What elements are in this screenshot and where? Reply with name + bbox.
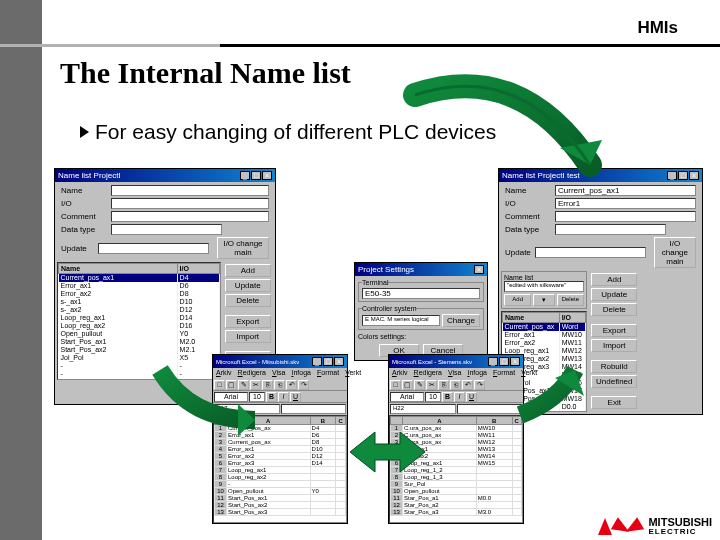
d1-update-button[interactable]: Update: [225, 279, 271, 292]
ex2-size[interactable]: 10: [425, 392, 441, 402]
d2-exit-button[interactable]: Exit: [591, 396, 637, 409]
tool-icon[interactable]: ⎗: [450, 380, 461, 390]
d2-update-button[interactable]: Update: [591, 288, 637, 301]
tool-icon[interactable]: ✎: [238, 380, 249, 390]
d2-import-button[interactable]: Import: [591, 339, 637, 352]
d3-titlebar[interactable]: Project Settings ×: [355, 263, 487, 276]
d2-robuild-button[interactable]: Robuild: [591, 360, 637, 373]
menu-item[interactable]: Verkt: [521, 369, 537, 378]
menu-item[interactable]: Infoga: [467, 369, 486, 378]
menu-item[interactable]: Arkiv: [392, 369, 408, 378]
menu-item[interactable]: Format: [317, 369, 339, 378]
ex2-menubar[interactable]: ArkivRedigeraVisaInfogaFormatVerkt: [389, 368, 523, 379]
d1-name-input[interactable]: [111, 185, 269, 196]
menu-item[interactable]: Visa: [448, 369, 462, 378]
menu-item[interactable]: Format: [493, 369, 515, 378]
ex1-titlebar[interactable]: Microsoft Excel - Mitsubishi.skv _□×: [213, 355, 347, 368]
d2-datatype-input[interactable]: [555, 224, 666, 235]
tool-icon[interactable]: ▢: [402, 380, 413, 390]
italic-icon[interactable]: I: [454, 392, 465, 402]
d1-listbox[interactable]: NameI/OCurrent_pos_ax1D4Error_ax1D6Error…: [57, 262, 221, 380]
tool-icon[interactable]: ▢: [226, 380, 237, 390]
ex1-font[interactable]: Arial: [214, 392, 248, 402]
d2-update-label: Update: [505, 248, 531, 257]
tool-icon[interactable]: ✎: [414, 380, 425, 390]
ex2-toolbar[interactable]: □▢✎✂⎘⎗↶↷: [389, 379, 523, 391]
ex1-sheet[interactable]: ABC1Current_pos_axD42Error_ax1D63Current…: [213, 415, 347, 523]
bold-icon[interactable]: B: [266, 392, 277, 402]
d2-titlebar[interactable]: Name list ProjectI test _□×: [499, 169, 702, 182]
d2-del2-button[interactable]: Delete: [557, 294, 584, 306]
menu-item[interactable]: Arkiv: [216, 369, 232, 378]
menu-item[interactable]: Redigera: [414, 369, 442, 378]
close-icon[interactable]: ×: [334, 357, 344, 366]
ex1-formula-input[interactable]: [281, 404, 347, 414]
menu-item[interactable]: Redigera: [238, 369, 266, 378]
ex2-formula-input[interactable]: [457, 404, 523, 414]
minimize-icon[interactable]: _: [667, 171, 677, 180]
ex2-font[interactable]: Arial: [390, 392, 424, 402]
maximize-icon[interactable]: □: [678, 171, 688, 180]
d1-delete-button[interactable]: Delete: [225, 294, 271, 307]
tool-icon[interactable]: ✂: [426, 380, 437, 390]
tool-icon[interactable]: ↷: [474, 380, 485, 390]
ex2-sheet[interactable]: ABC1C.ura_pos_axMW102C.ura_pos_axMW113C.…: [389, 415, 523, 523]
d2-delete-button[interactable]: Delete: [591, 303, 637, 316]
d1-update-input[interactable]: [98, 243, 209, 254]
tool-icon[interactable]: ↶: [286, 380, 297, 390]
d2-update-input[interactable]: [535, 247, 646, 258]
d2-iochange-button[interactable]: I/O change main: [654, 237, 696, 268]
underline-icon[interactable]: U: [466, 392, 477, 402]
underline-icon[interactable]: U: [290, 392, 301, 402]
tool-icon[interactable]: ⎘: [262, 380, 273, 390]
d1-iochange-button[interactable]: I/O change main: [217, 237, 269, 259]
ex2-fontbar[interactable]: Arial 10 BIU: [389, 391, 523, 403]
tool-icon[interactable]: ↶: [462, 380, 473, 390]
maximize-icon[interactable]: □: [251, 171, 261, 180]
close-icon[interactable]: ×: [474, 265, 484, 274]
d1-comment-input[interactable]: [111, 211, 269, 222]
tool-icon[interactable]: ↷: [298, 380, 309, 390]
dialog1-titlebar[interactable]: Name list ProjectI _□×: [55, 169, 275, 182]
tool-icon[interactable]: □: [390, 380, 401, 390]
close-icon[interactable]: ×: [510, 357, 520, 366]
tool-icon[interactable]: □: [214, 380, 225, 390]
tool-icon[interactable]: ✂: [250, 380, 261, 390]
ex1-size[interactable]: 10: [249, 392, 265, 402]
ex2-cellref[interactable]: H22: [390, 404, 456, 414]
minimize-icon[interactable]: _: [240, 171, 250, 180]
d2-dropdown-button[interactable]: ▾: [533, 294, 554, 306]
maximize-icon[interactable]: □: [499, 357, 509, 366]
d2-io-input[interactable]: [555, 198, 696, 209]
ex1-menubar[interactable]: ArkivRedigeraVisaInfogaFormatVerkt: [213, 368, 347, 379]
d1-datatype-label: Data type: [61, 225, 107, 234]
tool-icon[interactable]: ⎘: [438, 380, 449, 390]
d2-export-button[interactable]: Export: [591, 324, 637, 337]
d3-change-button[interactable]: Change: [442, 314, 480, 327]
ex1-toolbar[interactable]: □▢✎✂⎘⎗↶↷: [213, 379, 347, 391]
close-icon[interactable]: ×: [262, 171, 272, 180]
d1-import-button[interactable]: Import: [225, 330, 271, 343]
d2-comment-input[interactable]: [555, 211, 696, 222]
menu-item[interactable]: Infoga: [291, 369, 310, 378]
d1-add-button[interactable]: Add: [225, 264, 271, 277]
menu-item[interactable]: Verkt: [345, 369, 361, 378]
minimize-icon[interactable]: _: [488, 357, 498, 366]
maximize-icon[interactable]: □: [323, 357, 333, 366]
tool-icon[interactable]: ⎗: [274, 380, 285, 390]
ex2-titlebar[interactable]: Microsoft Excel - Siemens.skv _□×: [389, 355, 523, 368]
close-icon[interactable]: ×: [689, 171, 699, 180]
minimize-icon[interactable]: _: [312, 357, 322, 366]
d2-add-button[interactable]: Add: [591, 273, 637, 286]
ex1-cellref[interactable]: A17: [214, 404, 280, 414]
d2-add2-button[interactable]: Add: [504, 294, 531, 306]
d1-io-input[interactable]: [111, 198, 269, 209]
menu-item[interactable]: Visa: [272, 369, 286, 378]
ex1-fontbar[interactable]: Arial 10 BIU: [213, 391, 347, 403]
bold-icon[interactable]: B: [442, 392, 453, 402]
d1-datatype-input[interactable]: [111, 224, 222, 235]
d1-export-button[interactable]: Export: [225, 315, 271, 328]
italic-icon[interactable]: I: [278, 392, 289, 402]
d2-undefined-button[interactable]: Undefined: [591, 375, 637, 388]
d2-name-input[interactable]: [555, 185, 696, 196]
